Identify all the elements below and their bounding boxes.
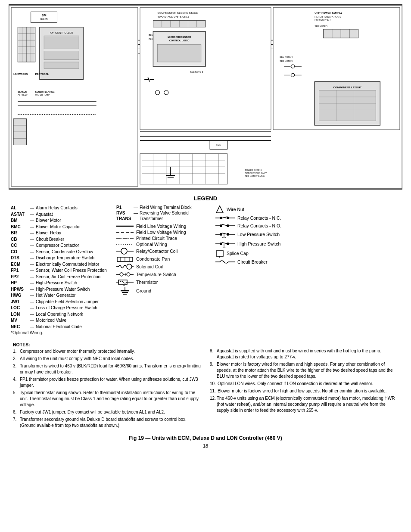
relay-no-icon xyxy=(215,222,235,229)
notes-title: NOTES: xyxy=(13,342,201,347)
svg-text:SENSOR: SENSOR xyxy=(18,90,27,93)
svg-text:BM: BM xyxy=(42,14,47,17)
svg-text:SEE NOTE 3: SEE NOTE 3 xyxy=(280,60,293,62)
note-9: 9. Blower motor is factory wired for med… xyxy=(210,361,398,380)
svg-rect-44 xyxy=(158,44,201,62)
note-11: 11. Blower motor is factory wired for hi… xyxy=(210,388,398,394)
svg-point-127 xyxy=(120,273,123,276)
optional-wiring-symbol: Optional Wiring xyxy=(116,242,211,247)
note-4: 4. FP1 thermistor provides freeze protec… xyxy=(13,376,201,389)
thermistor-symbol: Thermistor xyxy=(116,279,211,286)
svg-text:AIR TEMP: AIR TEMP xyxy=(18,93,28,96)
svg-text:LONWORKS: LONWORKS xyxy=(13,73,28,75)
svg-text:FOR COPPER: FOR COPPER xyxy=(314,19,330,21)
page: BM (ECM) ION CONTROLLER LONWORKS PROTOCO… xyxy=(0,0,411,532)
wiring-diagram: BM (ECM) ION CONTROLLER LONWORKS PROTOCO… xyxy=(9,4,402,190)
high-pressure-symbol: High Pressure Switch xyxy=(215,240,400,248)
wire-nut-symbol: Wire Nut xyxy=(215,205,400,214)
svg-text:REFER TO DATA PLATE: REFER TO DATA PLATE xyxy=(314,16,341,18)
svg-text:UNIT POWER SUPPLY: UNIT POWER SUPPLY xyxy=(314,11,342,14)
svg-point-154 xyxy=(220,233,222,236)
condensate-icon xyxy=(116,255,134,262)
note-2: 2. All wiring to the unit must comply wi… xyxy=(13,356,201,362)
svg-rect-15 xyxy=(44,36,79,49)
condensate-pan-symbol: Condensate Pan xyxy=(116,255,211,262)
svg-text:BLK: BLK xyxy=(149,38,153,40)
relay-coil-icon xyxy=(116,248,134,255)
figure-caption: Fig 19 — Units with ECM, Deluxe D and LO… xyxy=(9,435,402,441)
circuit-breaker-icon xyxy=(215,258,235,265)
svg-point-48 xyxy=(155,90,159,95)
svg-text:MICROPROCESSOR: MICROPROCESSOR xyxy=(168,36,191,38)
solid-line-icon xyxy=(116,224,134,229)
svg-rect-17 xyxy=(44,62,79,68)
p1-symbols-column: P1—Field Wiring Terminal Block RVS—Rever… xyxy=(116,205,211,336)
dash-dot-line-icon xyxy=(116,236,134,241)
svg-text:RVS: RVS xyxy=(216,143,221,146)
low-voltage-symbol: Field Low Voltage Wiring xyxy=(116,230,211,235)
svg-text:(ECM): (ECM) xyxy=(40,17,48,20)
svg-marker-141 xyxy=(216,206,223,213)
svg-point-143 xyxy=(220,217,222,219)
high-pressure-icon xyxy=(215,240,235,248)
svg-point-160 xyxy=(220,243,222,245)
svg-text:COMPRESSOR SECOND STAGE: COMPRESSOR SECOND STAGE xyxy=(158,11,198,14)
note-8: 8. Aquastat is supplied with unit and mu… xyxy=(210,348,398,360)
note-3: 3. Transformer is wired to 460 v (BLK/RE… xyxy=(13,363,201,375)
low-pressure-icon xyxy=(215,230,235,239)
svg-point-49 xyxy=(164,90,168,95)
notes-section: NOTES: 1. Compressor and blower motor th… xyxy=(9,342,402,430)
svg-text:TWO STAGE UNITS ONLY: TWO STAGE UNITS ONLY xyxy=(158,15,190,18)
relay-no-symbol: Relay Contacts - N.O. xyxy=(215,222,400,229)
svg-point-74 xyxy=(291,65,295,68)
note-5: 5. Typical thermostat wiring shown. Refe… xyxy=(13,390,201,408)
svg-rect-16 xyxy=(44,51,79,60)
svg-text:BLU: BLU xyxy=(149,34,153,36)
svg-point-117 xyxy=(121,248,127,254)
svg-text:SEE NOTE 5: SEE NOTE 5 xyxy=(314,25,327,28)
svg-point-124 xyxy=(127,264,132,269)
notes-right: 8. Aquastat is supplied with unit and mu… xyxy=(210,342,398,430)
svg-rect-61 xyxy=(319,90,376,121)
svg-text:SEE NOTE 6: SEE NOTE 6 xyxy=(190,71,203,73)
relay-coil-symbol: Relay/Contactor Coil xyxy=(116,248,211,255)
dashed-line-icon xyxy=(116,230,134,235)
svg-text:CONDUCTORS ONLY: CONDUCTORS ONLY xyxy=(245,172,267,174)
svg-point-162 xyxy=(227,243,229,245)
svg-text:SENSOR LEAVING: SENSOR LEAVING xyxy=(35,90,55,93)
temp-switch-symbol: Temperature Switch xyxy=(116,271,211,278)
svg-text:CONTROL LOGIC: CONTROL LOGIC xyxy=(169,39,190,42)
ground-symbol: Ground xyxy=(116,286,211,295)
svg-text:SEE NOTE 4: SEE NOTE 4 xyxy=(280,56,293,58)
svg-point-156 xyxy=(227,233,229,236)
page-number: 18 xyxy=(9,443,402,448)
temp-switch-icon xyxy=(116,271,134,278)
svg-point-149 xyxy=(220,224,222,227)
note-7: 7. Transformer secondary ground via Delu… xyxy=(13,417,201,429)
note-10: 10. Optional LON wires. Only connect if … xyxy=(210,381,398,387)
solenoid-icon xyxy=(116,263,134,270)
splice-cap-icon xyxy=(215,249,224,258)
circuit-breaker-symbol: Circuit Breaker xyxy=(215,258,400,265)
component-symbols-column: Wire Nut Relay Contacts - N.C. xyxy=(213,205,400,336)
note-12: 12. The 460-v units using an ECM (electr… xyxy=(210,395,398,414)
solenoid-coil-symbol: Solenoid Coil xyxy=(116,263,211,270)
low-pressure-symbol: Low Pressure Switch xyxy=(215,230,400,239)
svg-point-146 xyxy=(227,217,229,219)
svg-text:WATER TEMP: WATER TEMP xyxy=(35,93,50,96)
svg-point-77 xyxy=(291,73,295,77)
svg-point-151 xyxy=(227,224,229,227)
svg-text:COMPONENT LAYOUT: COMPONENT LAYOUT xyxy=(333,86,362,89)
line-voltage-symbol: Field Line Voltage Wiring xyxy=(116,224,211,229)
svg-text:PROTOCOL: PROTOCOL xyxy=(35,73,49,75)
svg-rect-165 xyxy=(216,251,223,256)
relay-nc-icon xyxy=(215,215,235,221)
svg-text:SEE NOTE 2 AND 6: SEE NOTE 2 AND 6 xyxy=(245,175,265,177)
dot-line-icon xyxy=(116,242,134,247)
svg-point-130 xyxy=(127,273,130,276)
svg-text:ION CONTROLLER: ION CONTROLLER xyxy=(50,31,74,34)
notes-left: NOTES: 1. Compressor and blower motor th… xyxy=(13,342,201,430)
legend-title: LEGEND xyxy=(9,195,402,202)
legend-section: LEGEND AL—Alarm Relay Contacts ASTAT—Aqu… xyxy=(9,193,402,339)
relay-nc-symbol: Relay Contacts - N.C. xyxy=(215,215,400,221)
